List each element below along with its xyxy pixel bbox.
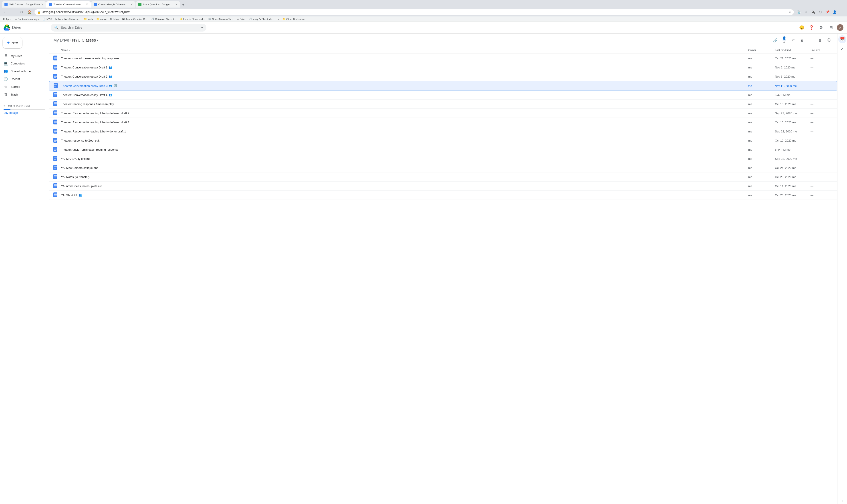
breadcrumb-dropdown-icon[interactable]: ▾: [97, 38, 98, 42]
bookmark-arcive[interactable]: 📁 arcive: [95, 17, 108, 21]
profile-button[interactable]: 👤: [831, 9, 838, 15]
bookmark-more[interactable]: »: [276, 17, 280, 21]
file-row[interactable]: YA: MAAD City critique me Sep 28, 2020 m…: [49, 154, 837, 163]
extension-1-button[interactable]: 🔌: [810, 9, 816, 15]
extension-2-button[interactable]: ⬡: [817, 9, 824, 15]
bookmark-adobe[interactable]: 🅐 Adobe Creative Cl...: [121, 17, 149, 21]
search-dropdown-icon[interactable]: ▾: [201, 26, 203, 29]
tab-close-nyu[interactable]: ✕: [41, 3, 44, 6]
sidebar-item-starred[interactable]: ☆ Starred: [0, 83, 47, 91]
bookmark-ny-univ[interactable]: 🏛 New York Universi...: [54, 17, 82, 21]
address-bar[interactable]: 🔒 drive.google.com/drive/u/0/folders/1Jq…: [34, 9, 794, 15]
reload-button[interactable]: ↻: [18, 9, 24, 15]
bookmark-apps[interactable]: ⊞ Apps: [2, 17, 13, 21]
breadcrumb-current[interactable]: NYU Classes ▾: [72, 38, 98, 43]
svg-rect-65: [53, 174, 57, 179]
bookmark-drive[interactable]: △ Drive: [236, 17, 247, 21]
file-row[interactable]: Theater: uncle Tom's cabin reading respo…: [49, 145, 837, 154]
file-size: —: [811, 111, 833, 115]
file-row[interactable]: YA: Notes (to transfer) me Oct 28, 2020 …: [49, 173, 837, 182]
cast-button[interactable]: 📡: [796, 9, 802, 15]
shared-persons-icon: 👥: [109, 75, 112, 78]
file-icon-wrapper: [53, 193, 59, 198]
file-row[interactable]: Theater: Response to reading Liberty def…: [49, 109, 837, 118]
forward-button[interactable]: →: [10, 9, 16, 15]
svg-rect-67: [54, 176, 57, 177]
breadcrumb-root[interactable]: My Drive: [53, 38, 69, 43]
tab-close-contact[interactable]: ✕: [131, 3, 133, 6]
file-row[interactable]: YA: novel ideas, notes, plots etc me Oct…: [49, 182, 837, 191]
new-button[interactable]: + New: [3, 37, 22, 49]
file-modified: Sep 22, 2020 me: [775, 130, 811, 133]
svg-rect-9: [54, 68, 56, 69]
file-row[interactable]: YA: Short #2 👥 me Oct 26, 2020 me —: [49, 191, 837, 200]
help-button[interactable]: ❓: [808, 23, 815, 32]
bookmark-clean[interactable]: ✨ How to Clean and...: [178, 17, 206, 21]
info-button[interactable]: ⓘ: [825, 36, 833, 44]
file-row[interactable]: Theater: Conversation essay Draft 1 👥 me…: [49, 63, 837, 72]
file-row[interactable]: Theater: reading respones American play …: [49, 100, 837, 109]
tab-contact[interactable]: Contact Google Drive support... ✕: [91, 1, 136, 7]
file-row[interactable]: Theater: Conversation essay Draft 3 👥🔄 m…: [49, 81, 837, 90]
apps-grid-button[interactable]: ⊞: [827, 23, 835, 32]
tab-favicon-nyu: [4, 3, 7, 6]
tab-ask[interactable]: Ask a Question - Google Drive ✕: [136, 1, 180, 7]
tab-close-theater[interactable]: ✕: [86, 3, 88, 6]
bookmark-ichigo[interactable]: 🎵 Ichigo's Sheet Mu...: [247, 17, 275, 21]
tab-close-ask[interactable]: ✕: [175, 3, 177, 6]
file-row[interactable]: YA: Mac Caldero critique one me Oct 24, …: [49, 163, 837, 173]
column-owner-header[interactable]: Owner: [748, 49, 775, 52]
bookmark-inbox[interactable]: ✉ Inbox: [109, 17, 120, 21]
gdoc-file-icon: [53, 156, 57, 161]
sidebar-item-computers[interactable]: 💻 Computers: [0, 59, 47, 67]
sidebar-item-my-drive[interactable]: 🖥 My Drive: [0, 52, 47, 59]
file-name: YA: novel ideas, notes, plots etc: [61, 184, 748, 188]
bookmark-button[interactable]: ☆: [803, 9, 809, 15]
column-size-header[interactable]: File size: [811, 49, 833, 52]
delete-button[interactable]: 🗑: [798, 36, 806, 44]
preview-button[interactable]: 👁: [789, 36, 797, 44]
help-icon-button[interactable]: 😊: [798, 23, 806, 32]
bookmark-nyu[interactable]: 📄 NYU: [41, 17, 53, 21]
tab-nyu[interactable]: NYU Classes - Google Drive ✕: [2, 1, 46, 7]
avatar[interactable]: A: [837, 24, 844, 31]
file-row[interactable]: Theater: colored museam watching respons…: [49, 54, 837, 63]
add-person-button[interactable]: 👤+: [780, 36, 788, 44]
file-row[interactable]: Theater: Conversation essay Draft 4 👥 me…: [49, 90, 837, 100]
grid-view-button[interactable]: ⊞: [816, 36, 824, 44]
file-row[interactable]: Theater: response to Zoot suit me Oct 10…: [49, 136, 837, 145]
home-button[interactable]: 🏠: [26, 9, 33, 15]
file-row[interactable]: Theater: Response to reading Liberty do …: [49, 127, 837, 136]
new-tab-button[interactable]: +: [180, 2, 186, 7]
more-options-button[interactable]: ⋮: [807, 36, 815, 44]
gdoc-file-icon: [53, 92, 57, 97]
bookmark-alaska[interactable]: 🎵 10 Alaska Stereot...: [150, 17, 177, 21]
bookmark-other[interactable]: 📁 Other Bookmarks: [281, 17, 307, 21]
tasks-panel-button[interactable]: ✓: [838, 45, 846, 53]
star-icon[interactable]: ☆: [789, 11, 791, 14]
share-link-button[interactable]: 🔗: [772, 36, 779, 44]
expand-panel-button[interactable]: +: [838, 497, 846, 504]
bookmark-manager[interactable]: ★ Bookmark manager: [14, 17, 40, 21]
menu-button[interactable]: ⋮: [839, 9, 845, 15]
file-row[interactable]: Theater: Conversation essay Draft 2 👥 me…: [49, 72, 837, 81]
buy-storage-link[interactable]: Buy storage: [3, 111, 46, 114]
file-name: YA: Short #2 👥: [61, 194, 748, 197]
extension-3-button[interactable]: 📌: [824, 9, 831, 15]
sidebar-item-recent[interactable]: 🕐 Recent: [0, 75, 47, 83]
sidebar-item-shared[interactable]: 👥 Shared with me: [0, 67, 47, 75]
bookmark-tools[interactable]: 📁 tools: [83, 17, 94, 21]
back-button[interactable]: ←: [2, 9, 8, 15]
column-name-header[interactable]: Name ↑: [61, 49, 748, 52]
sidebar-item-trash[interactable]: 🗑 Trash: [0, 91, 47, 98]
search-input[interactable]: [61, 26, 199, 29]
search-bar[interactable]: 🔍 ▾: [51, 24, 206, 32]
tab-theater[interactable]: Theater: Conversation essay D... ✕: [46, 1, 91, 7]
bookmark-sheet-music[interactable]: 🎼 Sheet Music – Tor...: [207, 17, 235, 21]
calendar-panel-button[interactable]: 📅: [838, 35, 846, 43]
file-owner: me: [748, 194, 775, 197]
file-row[interactable]: Theater: Response to reading Liberty def…: [49, 118, 837, 127]
settings-button[interactable]: ⚙: [817, 23, 825, 32]
gdoc-file-icon: [53, 56, 57, 60]
column-modified-header[interactable]: Last modified: [775, 49, 811, 52]
